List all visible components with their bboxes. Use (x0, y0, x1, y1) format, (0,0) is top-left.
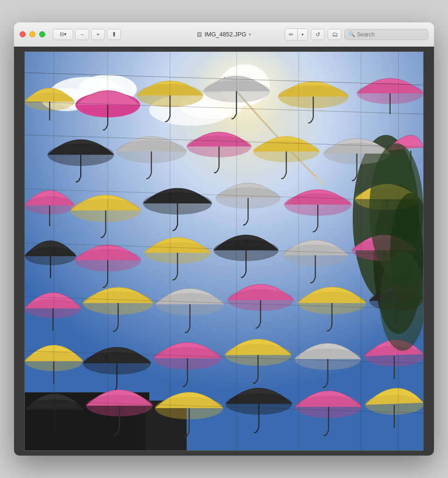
preview-window: ⊟▾ − + ⬆ 🖼 IMG_4852.JPG ▾ ✏ (14, 22, 434, 456)
info-icon: 🗂 (332, 31, 338, 38)
rotate-icon: ↺ (315, 31, 320, 38)
traffic-lights (20, 31, 45, 37)
file-icon: 🖼 (197, 32, 202, 37)
zoom-in-icon: + (96, 31, 99, 38)
titlebar: ⊟▾ − + ⬆ 🖼 IMG_4852.JPG ▾ ✏ (14, 22, 434, 47)
rotate-button[interactable]: ↺ (311, 29, 325, 40)
annotate-chevron-icon: ▾ (301, 32, 304, 37)
minimize-button[interactable] (29, 31, 35, 37)
photo-frame (24, 51, 424, 451)
title-chevron[interactable]: ▾ (249, 32, 251, 37)
search-box[interactable]: 🔍 (344, 29, 428, 40)
share-button[interactable]: ⬆ (107, 29, 121, 40)
annotate-dropdown-button[interactable]: ▾ (298, 29, 308, 40)
image-container (14, 47, 434, 456)
umbrella-scene (25, 52, 423, 450)
close-button[interactable] (20, 31, 26, 37)
sidebar-icon: ⊟▾ (60, 31, 67, 37)
window-title: 🖼 IMG_4852.JPG ▾ (197, 31, 251, 38)
zoom-out-button[interactable]: − (75, 29, 89, 40)
annotate-button[interactable]: ✏ (285, 29, 298, 40)
maximize-button[interactable] (39, 31, 45, 37)
zoom-in-button[interactable]: + (91, 29, 105, 40)
share-icon: ⬆ (112, 31, 117, 38)
svg-point-112 (380, 251, 423, 351)
search-icon: 🔍 (349, 31, 355, 37)
info-button[interactable]: 🗂 (328, 29, 342, 40)
toolbar-right: ✏ ▾ ↺ 🗂 🔍 (285, 28, 428, 41)
toolbar-left: ⊟▾ − + ⬆ (53, 29, 121, 40)
annotate-button-group: ✏ ▾ (285, 28, 308, 41)
zoom-out-icon: − (80, 31, 84, 38)
sidebar-toggle-button[interactable]: ⊟▾ (53, 29, 73, 40)
window-title-text: IMG_4852.JPG (204, 31, 246, 38)
annotate-icon: ✏ (289, 31, 294, 38)
title-area: 🖼 IMG_4852.JPG ▾ (197, 31, 251, 38)
search-input[interactable] (357, 31, 424, 38)
